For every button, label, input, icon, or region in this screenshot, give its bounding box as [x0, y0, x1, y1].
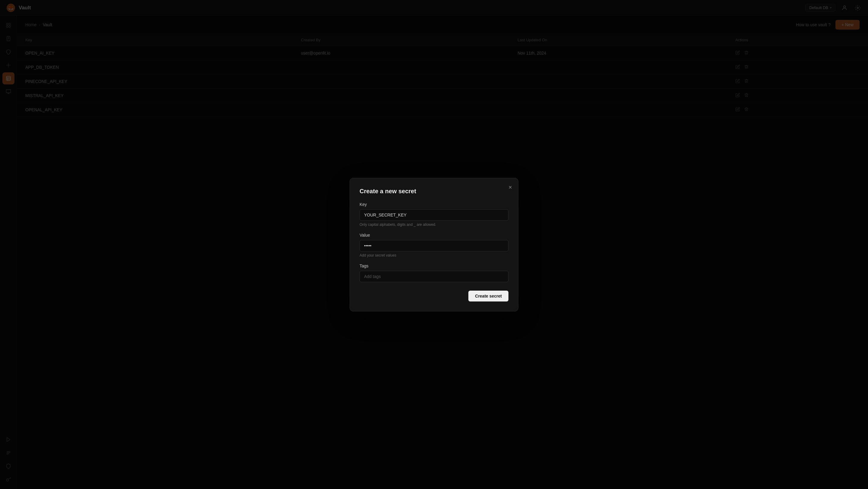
value-input[interactable] [360, 240, 508, 251]
key-input[interactable] [360, 209, 508, 221]
value-label: Value [360, 233, 508, 238]
key-hint: Only capital alphabets, digits and _ are… [360, 222, 508, 227]
create-secret-modal: × Create a new secret Key Only capital a… [350, 178, 518, 311]
tags-input[interactable] [360, 271, 508, 282]
modal-overlay: × Create a new secret Key Only capital a… [0, 0, 868, 489]
tags-form-group: Tags [360, 264, 508, 282]
key-label: Key [360, 202, 508, 207]
key-form-group: Key Only capital alphabets, digits and _… [360, 202, 508, 227]
value-hint: Add your secret values [360, 253, 508, 257]
create-secret-button[interactable]: Create secret [468, 291, 508, 302]
value-form-group: Value Add your secret values [360, 233, 508, 257]
modal-footer: Create secret [360, 291, 508, 302]
modal-title: Create a new secret [360, 188, 508, 195]
modal-close-button[interactable]: × [508, 184, 512, 190]
tags-label: Tags [360, 264, 508, 268]
